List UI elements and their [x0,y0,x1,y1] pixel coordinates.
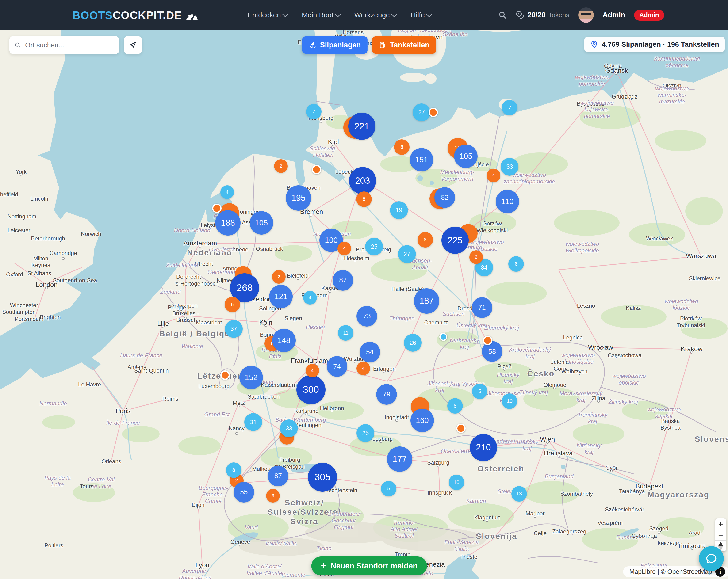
cluster-marker[interactable]: 4 [357,362,370,375]
cluster-marker[interactable]: 87 [333,270,353,291]
cluster-marker[interactable]: 4 [303,291,317,305]
cluster-marker[interactable]: 5 [472,384,488,399]
cluster-marker[interactable]: 79 [376,384,397,405]
logo[interactable]: BOOTSCOCKPIT.DE [72,8,199,22]
admin-badge: Admin [634,9,664,21]
cluster-marker[interactable]: 37 [225,320,243,338]
map-canvas[interactable]: RandersHorsensVejleKoldingEsbjergOdenseR… [0,0,728,579]
cluster-marker[interactable]: 187 [414,288,439,314]
cluster-marker[interactable]: 7 [502,100,517,115]
main-menu: Entdecken Mein Boot Werkzeuge Hilfe [248,11,431,19]
cluster-marker[interactable]: 6 [225,297,240,312]
filter-slipanlagen-button[interactable]: Slipanlagen [302,36,367,54]
cluster-marker[interactable]: 300 [296,375,326,404]
cluster-marker[interactable]: 195 [286,185,311,211]
cluster-marker[interactable]: 221 [348,113,375,140]
cluster-marker[interactable]: 8 [356,191,372,207]
cluster-marker[interactable]: 4 [337,242,351,255]
cluster-marker[interactable]: 177 [387,446,412,472]
cluster-marker[interactable]: 4 [220,185,234,199]
cluster-marker[interactable]: 11 [338,325,354,341]
cluster-marker[interactable]: 27 [398,245,416,263]
cluster-marker[interactable]: 105 [454,144,477,168]
logo-part2: COCKPIT.DE [113,9,182,21]
single-marker-dot[interactable] [483,336,492,345]
cluster-marker[interactable]: 19 [390,201,408,219]
cluster-marker[interactable]: 110 [496,190,519,213]
tokens-counter[interactable]: 20/20 Tokens [516,10,569,20]
cluster-marker[interactable]: 26 [404,334,422,352]
search-box [9,36,119,54]
cluster-marker[interactable]: 121 [269,285,293,308]
cluster-marker[interactable]: 8 [226,463,241,478]
report-location-button[interactable]: + Neuen Standort melden [311,556,427,575]
cluster-marker[interactable]: 31 [244,413,262,431]
cluster-marker[interactable]: 2 [272,270,286,284]
anchor-icon [309,41,317,49]
cluster-marker[interactable]: 2 [274,159,288,173]
menu-item-mein-boot[interactable]: Mein Boot [302,11,340,19]
zoom-in-button[interactable]: + [715,519,726,529]
cluster-marker[interactable]: 82 [435,187,455,208]
cluster-marker[interactable]: 87 [268,466,288,486]
cluster-marker[interactable]: 105 [250,211,273,235]
chevron-down-icon [426,11,432,17]
cluster-marker[interactable]: 4 [306,364,319,377]
cluster-marker[interactable]: 25 [365,238,383,256]
cluster-marker[interactable]: 27 [413,103,431,121]
cluster-marker[interactable]: 8 [394,139,410,155]
cluster-marker[interactable]: 25 [357,424,374,442]
cluster-marker[interactable]: 33 [280,419,298,437]
cluster-marker[interactable]: 152 [239,366,263,389]
stats-text: 4.769 Slipanlagen · 196 Tankstellen [602,41,719,48]
chevron-down-icon [391,11,397,17]
cluster-marker[interactable]: 74 [327,356,347,377]
single-marker-dot[interactable] [456,424,466,433]
cluster-marker[interactable]: 8 [447,398,463,414]
search-icon[interactable] [498,11,507,19]
cluster-marker[interactable]: 8 [417,232,433,247]
cluster-marker[interactable]: 305 [308,463,337,492]
single-marker-dot[interactable] [312,165,321,174]
avatar[interactable] [578,7,594,23]
filter-tankstellen-button[interactable]: Tankstellen [372,36,436,54]
single-marker-dot[interactable] [428,108,438,117]
plus-icon: + [320,560,327,571]
zoom-control: + − [715,519,726,551]
single-marker-dot[interactable] [212,204,222,213]
cluster-marker[interactable]: 188 [215,210,240,236]
menu-item-werkzeuge[interactable]: Werkzeuge [355,11,396,19]
cluster-marker[interactable]: 160 [411,409,434,432]
cluster-marker[interactable]: 33 [501,158,518,176]
cluster-marker[interactable]: 54 [360,342,380,363]
cluster-marker[interactable]: 10 [502,393,517,409]
zoom-out-button[interactable]: − [715,529,726,541]
cluster-marker[interactable]: 10 [449,475,464,490]
single-marker-dot[interactable] [439,333,447,341]
menu-item-hilfe[interactable]: Hilfe [411,11,431,19]
cluster-marker[interactable]: 4 [487,169,500,182]
chevron-down-icon [335,11,340,17]
cluster-marker[interactable]: 2 [469,250,483,264]
cluster-marker[interactable]: 55 [234,482,254,502]
cluster-marker[interactable]: 203 [349,167,376,194]
cluster-marker[interactable]: 13 [511,486,527,502]
menu-item-entdecken[interactable]: Entdecken [248,11,287,19]
fuel-icon [379,41,387,49]
chat-button[interactable] [699,546,724,571]
cluster-marker[interactable]: 148 [272,329,296,352]
cluster-marker[interactable]: 151 [410,148,433,172]
locate-button[interactable] [124,36,142,54]
cluster-marker[interactable]: 73 [357,306,377,326]
navbar-right: 20/20 Tokens Admin Admin [498,7,664,23]
cluster-marker[interactable]: 225 [441,227,469,254]
cluster-marker[interactable]: 71 [472,297,492,318]
single-marker-dot[interactable] [220,370,230,380]
cluster-marker[interactable]: 210 [470,434,497,461]
cluster-marker[interactable]: 7 [306,104,321,120]
search-input[interactable] [25,41,114,49]
cluster-marker[interactable]: 8 [508,256,524,272]
cluster-marker[interactable]: 5 [381,481,396,496]
cluster-marker[interactable]: 3 [266,489,280,502]
pin-icon [590,40,598,49]
